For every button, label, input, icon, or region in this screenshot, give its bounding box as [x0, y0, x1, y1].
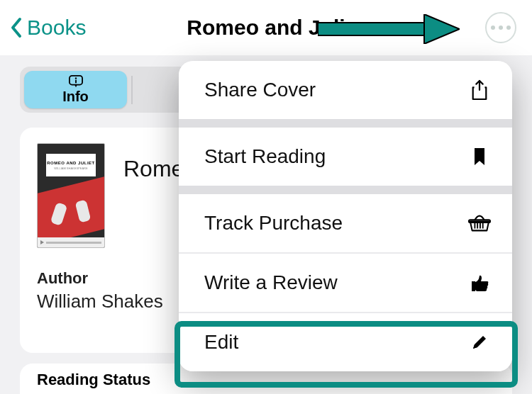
book-cover[interactable]: ROMEO AND JULIET WILLIAM SHAKESPEARE: [37, 143, 105, 248]
menu-start-reading[interactable]: Start Reading: [179, 128, 512, 186]
chevron-left-icon: [10, 17, 23, 38]
tab-separator: [131, 76, 133, 104]
header: Books Romeo and Juli: [0, 0, 532, 55]
thumbs-up-icon: [468, 271, 491, 294]
menu-edit[interactable]: Edit: [179, 313, 512, 371]
svg-point-6: [74, 77, 76, 79]
reading-status-label: Reading Status: [37, 371, 495, 389]
menu-start-reading-label: Start Reading: [204, 145, 326, 168]
back-button[interactable]: Books: [0, 16, 86, 40]
tab-info[interactable]: Info: [24, 71, 127, 108]
actions-menu: Share Cover Start Reading Track Purchase: [179, 61, 512, 371]
more-button[interactable]: [485, 12, 516, 43]
bookmark-icon: [468, 145, 491, 168]
svg-rect-7: [75, 80, 77, 84]
menu-write-review[interactable]: Write a Review: [179, 254, 512, 312]
book-title: Rome: [123, 156, 184, 182]
page-title: Romeo and Juli: [187, 16, 345, 40]
menu-track-purchase[interactable]: Track Purchase: [179, 194, 512, 252]
share-icon: [468, 79, 491, 101]
cover-title: ROMEO AND JULIET: [47, 161, 94, 165]
pencil-icon: [468, 331, 491, 354]
tab-info-label: Info: [62, 89, 89, 105]
menu-edit-label: Edit: [204, 331, 238, 354]
info-icon: [68, 74, 84, 89]
basket-icon: [468, 212, 491, 235]
back-label: Books: [27, 16, 86, 40]
menu-write-review-label: Write a Review: [204, 271, 338, 294]
menu-share-cover-label: Share Cover: [204, 79, 316, 101]
ellipsis-icon: [491, 26, 511, 30]
cover-subtitle: WILLIAM SHAKESPEARE: [54, 167, 87, 170]
menu-track-purchase-label: Track Purchase: [204, 212, 343, 235]
menu-share-cover[interactable]: Share Cover: [179, 61, 512, 119]
